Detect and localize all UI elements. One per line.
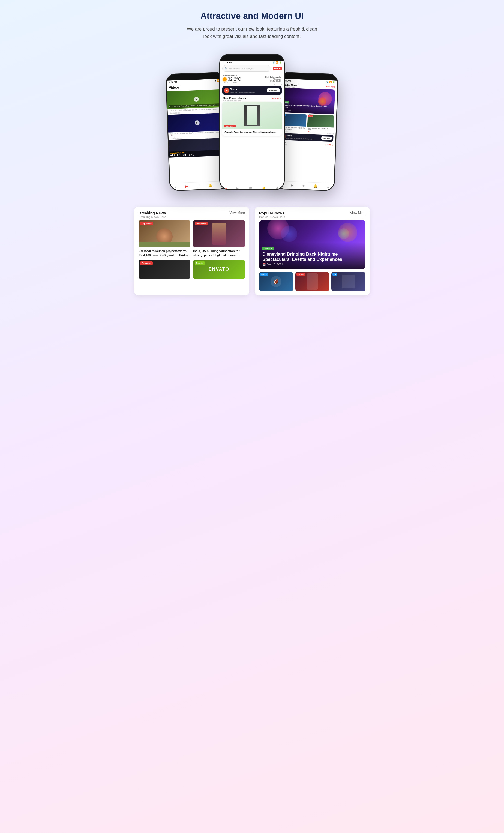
news-logo-text: News <box>230 88 255 91</box>
buy-now-button-center[interactable]: Buy Now <box>267 88 280 93</box>
isro-overlay: #CHANDRAYAAN3 ALL ABOUT ISRO <box>169 150 228 158</box>
small-news-sports[interactable]: 🏈 Sports <box>259 272 293 291</box>
video-item-1[interactable]: ▶ ICC 0:20 / 5:00 The Making of the ICC … <box>167 90 226 114</box>
weather-day: Thursday <box>265 78 281 80</box>
breaking-news-view-more[interactable]: View More <box>230 211 245 215</box>
small-badge-top: To <box>333 273 337 276</box>
video-label-1: ICC 0:20 / 5:00 The Making of the ICC Cr… <box>169 103 225 108</box>
phone-center: 11:20 AM 📡 📶 🔋 🔍 Search News, Categories… <box>219 54 285 190</box>
news-card-body-center: Google Pixel 6a review: The software pho… <box>222 129 282 136</box>
weather-condition: Partly cloudy <box>265 80 281 82</box>
news-card-img: Technology <box>222 102 282 129</box>
small-card-travels[interactable]: Travels Young Travelers and Their Trends… <box>307 114 334 133</box>
nav-grid-center[interactable]: ⊞ <box>249 186 252 189</box>
status-icons-right: 📡 📶 🔋 <box>326 81 335 84</box>
breaking-bottom-img-1: Business <box>139 260 190 279</box>
badge-top-news-2: Top News <box>195 222 208 225</box>
news-card-center[interactable]: Technology Google Pixel 6a review: The s… <box>222 102 282 136</box>
nav-home[interactable]: ⌂ <box>174 185 177 189</box>
section-title-center: Most Favorite News <box>223 97 246 100</box>
video-item-3[interactable]: #CHANDRAYAAN3 ALL ABOUT ISRO <box>169 138 227 158</box>
right-sponsored-label: Sponsored <box>327 133 333 135</box>
news-tagline-center: News that matters, delivered daily. <box>230 91 255 93</box>
video-thumb-cricket: ▶ ICC 0:20 / 5:00 The Making of the ICC … <box>167 90 226 109</box>
search-input[interactable]: 🔍 Search News, Categories, etc. <box>222 65 271 72</box>
live-text: LIVE <box>274 68 279 70</box>
business-badge: Business <box>140 261 153 265</box>
section-header-center: Most Favorite News Most Favorite News He… <box>220 96 284 102</box>
phone-center-notch <box>220 54 284 61</box>
nav-video[interactable]: ▶ <box>185 185 188 188</box>
section-sub-center: Most Favorite News Here <box>223 100 246 101</box>
nav-grid-right[interactable]: ⊞ <box>302 184 305 188</box>
nav-video-right[interactable]: ▶ <box>291 183 293 187</box>
live-icon: ▶ <box>279 67 280 70</box>
weather-right: Bhuj,Gujarat,India Thursday Partly cloud… <box>265 76 281 82</box>
small-card-img-travels: Travels <box>307 114 334 127</box>
popular-news-card: Popular News Popular News Here View More… <box>255 207 370 295</box>
sponsored-banner-center: Sponsored ▶ News News that matters, deli… <box>222 86 282 95</box>
breaking-news-sub: Breaking News Here <box>139 215 166 218</box>
sun-icon <box>223 77 226 81</box>
small-news-travels[interactable]: Travels <box>295 272 330 291</box>
bottom-nav-center: ⌂ ▶ ⊞ 🔔 ⚙ <box>220 184 284 189</box>
envato-text: ENVATO <box>209 267 230 272</box>
breaking-news-title-1: PM Modi to launch projects worth Rs 4,40… <box>139 249 190 257</box>
popular-big-bg: Travels Disneyland Bringing Back Nightti… <box>259 220 365 269</box>
weather-temp: 32.2°C <box>228 77 241 82</box>
news-logo: ▶ News News that matters, delivered dail… <box>224 88 255 93</box>
popular-news-view-more[interactable]: View More <box>350 211 365 215</box>
nav-bell-center[interactable]: 🔔 <box>262 186 266 189</box>
videos-viewmore-right[interactable]: View More <box>325 144 333 146</box>
header-subtitle: We are proud to present our new look, fe… <box>187 25 317 40</box>
nav-bell-right[interactable]: 🔔 <box>313 184 317 188</box>
play-button-2[interactable]: ▶ <box>195 120 200 125</box>
breaking-news-bottom-1[interactable]: Business <box>139 260 190 279</box>
small-badge-travels: Travels <box>296 273 305 276</box>
weather-location: Bhuj,Gujarat,India <box>265 76 281 78</box>
category-badge-center: Technology <box>224 125 236 127</box>
grass-bg <box>139 242 190 247</box>
nav-video-center[interactable]: ▶ <box>237 186 239 189</box>
nav-bell[interactable]: 🔔 <box>208 184 212 188</box>
nav-home-center[interactable]: ⌂ <box>225 186 227 189</box>
breaking-news-img-2: Top News <box>193 220 245 247</box>
news-logo-icon: ▶ <box>224 88 229 93</box>
news-tagline-right: Discover the power of informed news <box>286 138 313 140</box>
popular-main-bg: Travels Disneyland Bringing Back Nightti… <box>280 88 335 114</box>
popular-big-card[interactable]: Travels Disneyland Bringing Back Nightti… <box>259 220 365 269</box>
buy-now-button-right[interactable]: Buy Now <box>321 137 332 140</box>
video-item-2[interactable]: ▶ ICC Men's Cricket World Cup Trophy Tou… <box>168 113 227 139</box>
breaking-news-card: Breaking News Breaking News Here View Mo… <box>134 207 249 295</box>
view-more-right[interactable]: View More <box>326 86 335 88</box>
nav-gear-right[interactable]: ⚙ <box>327 185 330 189</box>
popular-main-card-right[interactable]: Travels Disneyland Bringing Back Nightti… <box>280 88 335 114</box>
weather-low: ↓L:26.6°C <box>231 82 238 84</box>
breaking-news-bottom-2[interactable]: Envato ENVATO <box>193 260 245 279</box>
weather-left: Weather Forecast 32.2°C ↑H:32.6°C ↓L:26.… <box>223 74 241 84</box>
nav-grid[interactable]: ⊞ <box>197 184 199 188</box>
popular-news-sub: Popular News Here <box>259 215 285 218</box>
travels-badge: Travels <box>308 115 313 117</box>
search-icon: 🔍 <box>225 67 227 70</box>
home-screen: 🔍 Search News, Categories, etc. LIVE ▶ W… <box>220 64 284 189</box>
breaking-news-title-2: India, US building foundation for strong… <box>193 249 245 257</box>
news-logo-right: ▶ News Discover the power of informed ne… <box>281 134 313 140</box>
page-title: Attractive and Modern UI <box>142 11 362 21</box>
person-avatar <box>212 223 226 245</box>
phone-center-screen: 11:20 AM 📡 📶 🔋 🔍 Search News, Categories… <box>220 61 284 189</box>
popular-news-header: Popular News Popular News Here View More <box>259 211 365 218</box>
breaking-news-item-2[interactable]: Top News India, US building foundation f… <box>193 220 245 257</box>
small-news-top[interactable]: To <box>331 272 365 291</box>
news-card-title-center: Google Pixel 6a review: The software pho… <box>224 131 280 134</box>
video-thumb-space: ▶ <box>168 113 226 133</box>
view-more-center[interactable]: View More <box>272 97 282 99</box>
breaking-news-item-1[interactable]: Top News PM Modi to launch projects wort… <box>139 220 190 257</box>
search-placeholder: Search News, Categories, etc. <box>229 68 255 70</box>
weather-label: Weather Forecast <box>223 74 241 76</box>
weather-high: ↑H:32.6°C <box>223 82 230 84</box>
phone-center-status: 11:20 AM 📡 📶 🔋 <box>220 61 284 64</box>
weather-detail: ↑H:32.6°C ↓L:26.6°C <box>223 82 241 84</box>
nav-gear-center[interactable]: ⚙ <box>276 186 279 189</box>
play-button[interactable]: ▶ <box>194 97 199 102</box>
